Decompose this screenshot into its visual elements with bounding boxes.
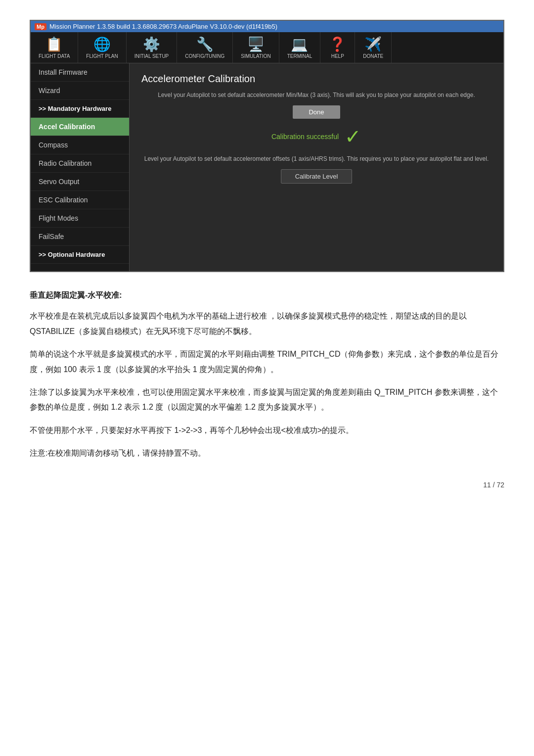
toolbar-simulation-label: SIMULATION: [241, 53, 270, 59]
flight-data-icon: 📋: [45, 36, 63, 52]
sidebar-item-flight-modes[interactable]: Flight Modes: [31, 209, 129, 228]
sidebar-item-radio-calibration[interactable]: Radio Calibration: [31, 154, 129, 173]
page-number: 11 / 72: [30, 481, 504, 489]
toolbar-flight-plan[interactable]: 🌐 FLIGHT PLAN: [78, 32, 126, 63]
content-title: Accelerometer Calibration: [141, 73, 491, 85]
toolbar-flight-data-label: FLIGHT DATA: [39, 53, 70, 59]
paragraph-5: 注意:在校准期间请勿移动飞机，请保持静置不动。: [30, 446, 504, 461]
content-description1: Level your Autopilot to set default acce…: [141, 91, 491, 99]
calibration-success-text: Calibration successful: [271, 133, 339, 141]
toolbar-donate-label: DONATE: [363, 53, 383, 59]
title-bar: Mp Mission Planner 1.3.58 build 1.3.6808…: [31, 21, 503, 32]
sidebar-item-accel-calibration[interactable]: Accel Calibration: [31, 118, 129, 136]
checkmark-icon: ✓: [345, 127, 361, 146]
calibrate-level-button[interactable]: Calibrate Level: [281, 169, 353, 184]
paragraph-2: 简单的说这个水平就是多旋翼模式的水平，而固定翼的水平则藉由调整 TRIM_PIT…: [30, 347, 504, 377]
config-tuning-icon: 🔧: [196, 36, 214, 52]
sidebar-item-install-firmware[interactable]: Install Firmware: [31, 63, 129, 82]
sidebar-item-mandatory-hardware[interactable]: >> Mandatory Hardware: [31, 100, 129, 118]
calibration-success-row: Calibration successful ✓: [141, 127, 491, 146]
toolbar-terminal-label: TERMINAL: [287, 53, 312, 59]
section-heading: 垂直起降固定翼-水平校准:: [30, 288, 504, 303]
toolbar-initial-setup-label: INITIAL SETUP: [134, 53, 169, 59]
title-bar-text: Mission Planner 1.3.58 build 1.3.6808.29…: [49, 23, 277, 30]
terminal-icon: 💻: [291, 36, 308, 52]
toolbar-terminal[interactable]: 💻 TERMINAL: [279, 32, 321, 63]
toolbar-config-tuning[interactable]: 🔧 CONFIG/TUNING: [177, 32, 233, 63]
content-description2: Level your Autopilot to set default acce…: [141, 154, 491, 163]
toolbar-donate[interactable]: ✈️ DONATE: [355, 32, 392, 63]
paragraph-3: 注:除了以多旋翼为水平来校准，也可以使用固定翼水平来校准，而多旋翼与固定翼的角度…: [30, 385, 504, 415]
text-content: 垂直起降固定翼-水平校准: 水平校准是在装机完成后以多旋翼四个电机为水平的基础上…: [30, 288, 504, 461]
toolbar-initial-setup[interactable]: ⚙️ INITIAL SETUP: [127, 32, 178, 63]
paragraph-1: 水平校准是在装机完成后以多旋翼四个电机为水平的基础上进行校准 ，以确保多旋翼模式…: [30, 309, 504, 339]
paragraph-4: 不管使用那个水平，只要架好水平再按下 1->2->3，再等个几秒钟会出现<校准成…: [30, 423, 504, 438]
sidebar-item-servo-output[interactable]: Servo Output: [31, 173, 129, 191]
donate-icon: ✈️: [364, 36, 382, 52]
help-icon: ❓: [329, 36, 346, 52]
sidebar: Install Firmware Wizard >> Mandatory Har…: [31, 63, 130, 271]
simulation-icon: 🖥️: [247, 36, 265, 52]
sidebar-item-failsafe[interactable]: FailSafe: [31, 228, 129, 246]
toolbar-simulation[interactable]: 🖥️ SIMULATION: [233, 32, 279, 63]
toolbar-config-tuning-label: CONFIG/TUNING: [185, 53, 224, 59]
toolbar-help-label: HELP: [331, 53, 344, 59]
toolbar-flight-data[interactable]: 📋 FLIGHT DATA: [31, 32, 78, 63]
mp-logo: Mp: [35, 23, 46, 30]
sidebar-item-optional-hardware[interactable]: >> Optional Hardware: [31, 246, 129, 264]
toolbar-help[interactable]: ❓ HELP: [320, 32, 355, 63]
main-area: Install Firmware Wizard >> Mandatory Har…: [31, 63, 503, 271]
content-panel: Accelerometer Calibration Level your Aut…: [130, 63, 503, 271]
done-button[interactable]: Done: [293, 105, 340, 119]
initial-setup-icon: ⚙️: [143, 36, 160, 52]
sidebar-item-compass[interactable]: Compass: [31, 136, 129, 154]
toolbar-flight-plan-label: FLIGHT PLAN: [86, 53, 118, 59]
toolbar: 📋 FLIGHT DATA 🌐 FLIGHT PLAN ⚙️ INITIAL S…: [31, 32, 503, 63]
mission-planner-screenshot: Mp Mission Planner 1.3.58 build 1.3.6808…: [30, 20, 504, 272]
sidebar-item-esc-calibration[interactable]: ESC Calibration: [31, 191, 129, 209]
flight-plan-icon: 🌐: [93, 36, 111, 52]
sidebar-item-wizard[interactable]: Wizard: [31, 82, 129, 100]
